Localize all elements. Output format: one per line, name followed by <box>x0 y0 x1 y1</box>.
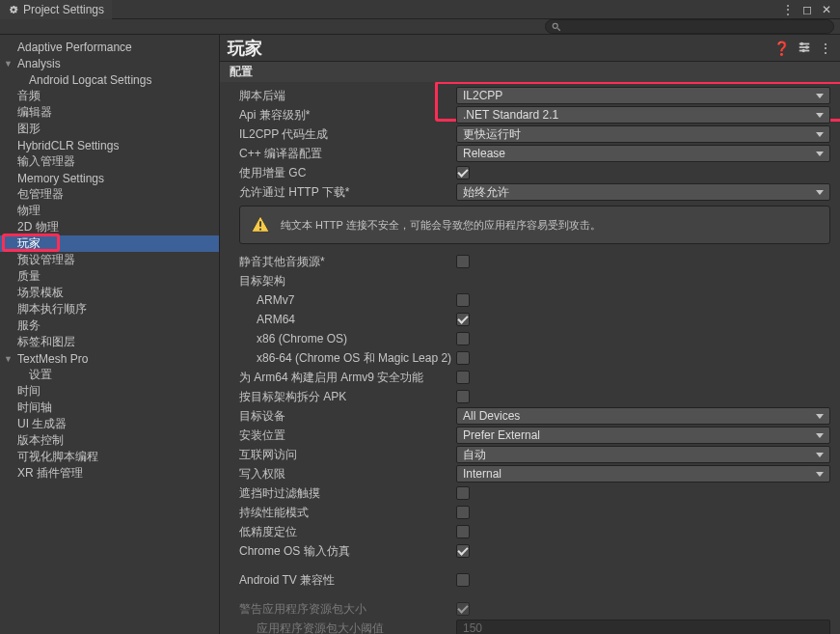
checkbox-armv9-security[interactable] <box>456 371 470 384</box>
sidebar-item-label: 脚本执行顺序 <box>17 301 87 317</box>
sidebar-item-label: 2D 物理 <box>17 219 59 235</box>
sidebar-item-19[interactable]: ▼TextMesh Pro <box>0 350 219 367</box>
sidebar-item-label: HybridCLR Settings <box>17 139 119 152</box>
sidebar-item-label: 物理 <box>17 203 41 219</box>
sidebar-item-8[interactable]: Memory Settings <box>0 170 219 186</box>
sidebar-item-22[interactable]: 时间轴 <box>0 400 219 416</box>
checkbox-android-tv[interactable] <box>456 573 470 587</box>
label-split-apk: 按目标架构拆分 APK <box>239 389 456 405</box>
sidebar-item-15[interactable]: 场景模板 <box>0 285 219 301</box>
label-http-download: 允许通过 HTTP 下载* <box>239 184 456 201</box>
sidebar-item-9[interactable]: 包管理器 <box>0 186 219 203</box>
dropdown-cpp-compiler[interactable]: Release <box>456 145 830 162</box>
sidebar-item-7[interactable]: 输入管理器 <box>0 153 219 170</box>
sidebar-item-label: 包管理器 <box>17 186 64 203</box>
label-x86-64: x86-64 (Chrome OS 和 Magic Leap 2) <box>239 350 456 367</box>
checkbox-x86[interactable] <box>456 332 470 345</box>
settings-scroll[interactable]: 脚本后端IL2CPP Api 兼容级别*.NET Standard 2.1 IL… <box>220 82 840 634</box>
sidebar-item-26[interactable]: XR 插件管理 <box>0 465 219 482</box>
dropdown-write-permission[interactable]: Internal <box>456 465 830 482</box>
label-api-compat: Api 兼容级别* <box>239 107 456 124</box>
window-close-icon[interactable]: ✕ <box>819 3 834 16</box>
label-incremental-gc: 使用增量 GC <box>239 165 456 181</box>
label-bundle-threshold: 应用程序资源包大小阈值 <box>239 620 456 635</box>
checkbox-mute-other[interactable] <box>456 255 470 268</box>
dropdown-target-device[interactable]: All Devices <box>456 407 830 425</box>
sidebar-item-label: 设置 <box>29 367 52 383</box>
sidebar-item-label: 时间 <box>17 383 41 400</box>
checkbox-split-apk[interactable] <box>456 390 470 403</box>
more-icon[interactable]: ⋮ <box>819 41 832 56</box>
sidebar-item-1[interactable]: ▼Analysis <box>0 55 219 71</box>
dropdown-install-location[interactable]: Prefer External <box>456 427 830 444</box>
checkbox-arm64[interactable] <box>456 313 470 326</box>
window-maximize-icon[interactable]: ◻ <box>799 3 815 16</box>
dropdown-il2cpp-codegen[interactable]: 更快运行时 <box>456 125 830 143</box>
window-tab[interactable]: Project Settings <box>0 0 112 19</box>
label-mute-other: 静音其他音频源* <box>239 254 456 270</box>
sidebar-item-25[interactable]: 可视化脚本编程 <box>0 449 219 465</box>
label-cpp-compiler: C++ 编译器配置 <box>239 146 456 162</box>
sidebar-item-label: 质量 <box>17 268 41 285</box>
sidebar-item-23[interactable]: UI 生成器 <box>0 416 219 432</box>
help-icon[interactable]: ❓ <box>773 41 790 56</box>
checkbox-armv7[interactable] <box>456 293 470 307</box>
presets-icon[interactable] <box>798 41 811 56</box>
sidebar-item-14[interactable]: 质量 <box>0 268 219 285</box>
label-armv7: ARMv7 <box>239 293 456 307</box>
sidebar-item-label: 音频 <box>17 88 41 104</box>
svg-line-1 <box>557 28 560 31</box>
sidebar-item-21[interactable]: 时间 <box>0 383 219 400</box>
label-install-location: 安装位置 <box>239 427 456 444</box>
sidebar-item-2[interactable]: Android Logcat Settings <box>0 71 219 88</box>
titlebar: Project Settings ⋮ ◻ ✕ <box>0 0 840 19</box>
sidebar-item-label: Memory Settings <box>17 172 104 185</box>
sidebar-item-label: 编辑器 <box>17 104 52 121</box>
sidebar-item-label: Adaptive Performance <box>17 41 132 54</box>
sidebar-item-3[interactable]: 音频 <box>0 88 219 104</box>
sidebar-item-label: XR 插件管理 <box>17 465 83 482</box>
sidebar-item-16[interactable]: 脚本执行顺序 <box>0 301 219 317</box>
sidebar-item-17[interactable]: 服务 <box>0 317 219 334</box>
sidebar-item-label: 输入管理器 <box>17 153 75 170</box>
sidebar-item-label: TextMesh Pro <box>17 352 88 366</box>
sidebar-item-10[interactable]: 物理 <box>0 203 219 219</box>
gear-icon <box>8 4 19 15</box>
chevron-down-icon: ▼ <box>4 354 13 364</box>
dropdown-scripting-backend[interactable]: IL2CPP <box>456 87 830 104</box>
checkbox-filter-touches[interactable] <box>456 486 470 500</box>
sidebar-item-18[interactable]: 标签和图层 <box>0 334 219 350</box>
sidebar-item-label: 时间轴 <box>17 400 52 416</box>
sidebar-item-20[interactable]: 设置 <box>0 367 219 383</box>
checkbox-x86-64[interactable] <box>456 351 470 365</box>
warning-icon <box>250 214 271 235</box>
sidebar-item-6[interactable]: HybridCLR Settings <box>0 137 219 153</box>
checkbox-sustained-perf[interactable] <box>456 506 470 519</box>
checkbox-chromeos-input[interactable] <box>456 544 470 558</box>
svg-rect-9 <box>259 229 261 231</box>
dropdown-http-download[interactable]: 始终允许 <box>456 183 830 201</box>
label-il2cpp-codegen: IL2CPP 代码生成 <box>239 126 456 143</box>
sidebar-item-0[interactable]: Adaptive Performance <box>0 39 219 55</box>
sidebar-item-12[interactable]: 玩家 <box>0 235 219 252</box>
window-menu-icon[interactable]: ⋮ <box>780 3 796 16</box>
search-bar <box>0 19 840 35</box>
sidebar-item-13[interactable]: 预设管理器 <box>0 252 219 268</box>
sidebar-item-11[interactable]: 2D 物理 <box>0 219 219 235</box>
dropdown-api-compat[interactable]: .NET Standard 2.1 <box>456 106 830 124</box>
sidebar-item-5[interactable]: 图形 <box>0 121 219 137</box>
sidebar-item-label: UI 生成器 <box>17 416 67 432</box>
svg-point-7 <box>801 48 805 52</box>
checkbox-low-accuracy-loc[interactable] <box>456 525 470 538</box>
svg-point-5 <box>800 41 804 45</box>
sidebar-item-label: 标签和图层 <box>17 334 75 350</box>
sidebar-item-24[interactable]: 版本控制 <box>0 432 219 449</box>
label-low-accuracy-loc: 低精度定位 <box>239 524 456 540</box>
label-internet-access: 互联网访问 <box>239 447 456 463</box>
checkbox-incremental-gc[interactable] <box>456 166 470 179</box>
settings-content: 玩家 ❓ ⋮ 配置 脚本后端IL2CPP Api 兼容级别*.NET Stand… <box>220 35 840 634</box>
search-input[interactable] <box>545 19 834 34</box>
content-header: 玩家 ❓ ⋮ <box>220 35 840 62</box>
dropdown-internet-access[interactable]: 自动 <box>456 446 830 463</box>
sidebar-item-4[interactable]: 编辑器 <box>0 104 219 121</box>
